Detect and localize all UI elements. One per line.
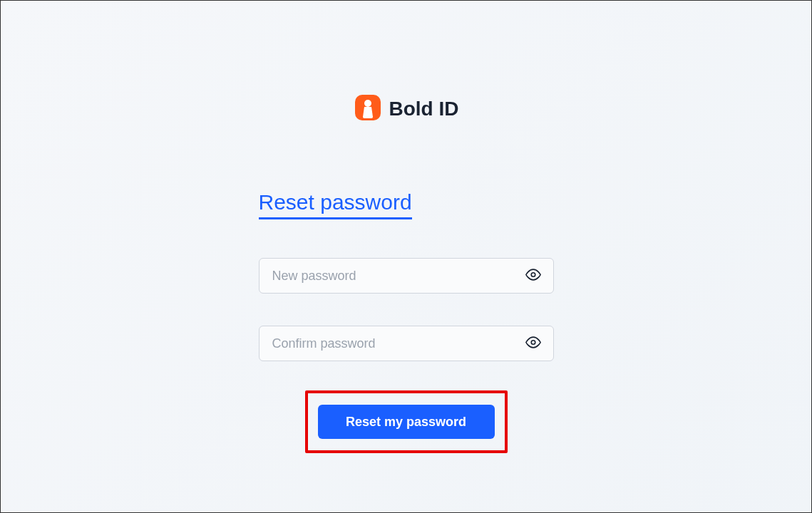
confirm-password-field[interactable] [259,326,554,361]
reset-password-form: Reset password [259,190,554,453]
new-password-field[interactable] [259,258,554,294]
svg-point-2 [531,273,535,277]
toggle-new-password-visibility[interactable] [523,264,544,288]
confirm-password-group [259,326,554,361]
heading-wrapper: Reset password [259,190,554,224]
brand-icon [354,93,382,125]
brand-logo: Bold ID [354,93,459,125]
toggle-confirm-password-visibility[interactable] [523,332,544,356]
reset-password-button[interactable]: Reset my password [318,405,495,439]
eye-icon [525,267,541,285]
eye-icon [525,335,541,353]
submit-highlight-box: Reset my password [305,390,508,453]
svg-point-1 [364,100,371,107]
form-heading: Reset password [259,190,412,219]
new-password-group [259,258,554,294]
svg-point-3 [531,341,535,345]
page-container: Bold ID Reset password [1,1,811,512]
brand-name: Bold ID [389,98,459,120]
